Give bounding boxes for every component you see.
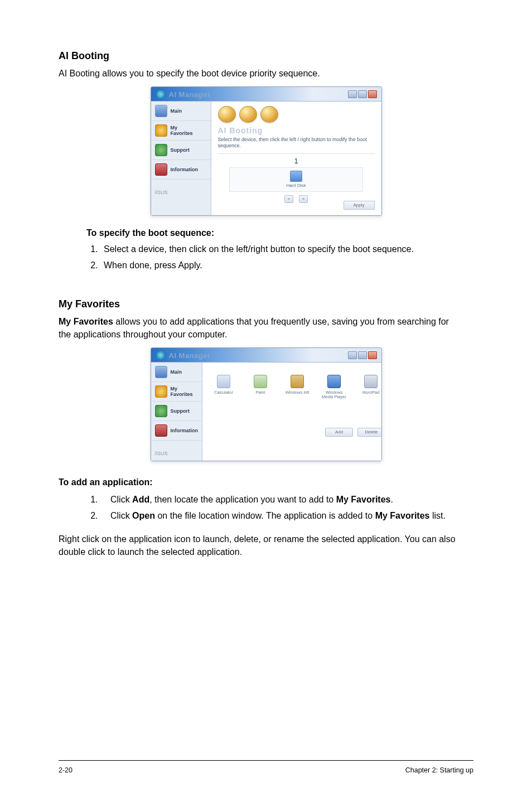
boot-priority-number: 1 xyxy=(218,157,375,165)
page-number: 2-20 xyxy=(59,766,72,774)
main-icon xyxy=(155,366,167,378)
boot-device-slot[interactable]: Hard Disk xyxy=(229,167,363,192)
boot-steps-list: Select a device, then click on the left/… xyxy=(81,243,473,272)
page-footer: 2-20 Chapter 2: Starting up xyxy=(59,760,473,774)
wmp-icon xyxy=(327,375,341,388)
delete-button[interactable]: Delete xyxy=(357,428,382,437)
my-favorites-heading: My Favorites xyxy=(59,298,473,310)
calculator-icon xyxy=(217,375,230,388)
brand-logo: /iSUS xyxy=(151,180,211,200)
paint-icon xyxy=(254,375,267,388)
ai-booting-screenshot: AI Manager Main MyFavorites xyxy=(59,86,473,218)
toolbar-orb-3-icon[interactable] xyxy=(260,106,278,123)
window-titlebar[interactable]: AI Manager xyxy=(151,87,381,101)
sidebar-item-main[interactable]: Main xyxy=(151,102,211,121)
panel-heading: AI Booting xyxy=(218,126,375,135)
move-right-button[interactable]: » xyxy=(299,195,308,203)
sidebar-item-label: Support xyxy=(171,147,190,153)
chapter-label: Chapter 2: Starting up xyxy=(405,766,473,774)
favorite-item-windows-intl[interactable]: Windows Intl xyxy=(285,375,309,400)
boot-device-label: Hard Disk xyxy=(286,183,306,188)
window-sidebar: Main My Favorites Support Information /i… xyxy=(151,363,203,461)
favorite-label: WordPad xyxy=(359,390,382,395)
sidebar-item-favorites[interactable]: My Favorites xyxy=(151,382,202,402)
favorite-label: Calculator xyxy=(211,390,236,395)
maximize-button[interactable] xyxy=(358,90,367,98)
information-icon xyxy=(155,424,167,437)
move-left-button[interactable]: « xyxy=(284,195,293,203)
close-button[interactable] xyxy=(368,90,377,98)
brand-logo: /iSUS xyxy=(151,441,202,461)
main-icon xyxy=(155,105,167,117)
my-favorites-screenshot: AI Manager Main My Favorites xyxy=(59,347,473,463)
windows-intl-icon xyxy=(291,375,304,388)
sidebar-item-information[interactable]: Information xyxy=(151,160,211,180)
favorite-label: Paint xyxy=(248,390,273,395)
add-app-steps-list: Click Add, then locate the application y… xyxy=(81,493,473,522)
sidebar-item-label: Information xyxy=(171,428,199,433)
sidebar-item-label: Information xyxy=(171,167,199,172)
minimize-button[interactable] xyxy=(348,90,357,98)
sidebar-item-favorites[interactable]: MyFavorites xyxy=(151,121,211,141)
ai-manager-logo-icon xyxy=(156,89,166,99)
favorites-icon xyxy=(155,124,167,137)
information-icon xyxy=(155,163,167,176)
sidebar-item-label: Main xyxy=(171,369,182,375)
close-button[interactable] xyxy=(368,351,377,359)
sidebar-item-information[interactable]: Information xyxy=(151,421,202,441)
add-button[interactable]: Add xyxy=(325,428,353,437)
sidebar-item-support[interactable]: Support xyxy=(151,402,202,421)
favorite-label: Windows Intl xyxy=(285,390,309,395)
favorite-item-wmp[interactable]: Windows Media Player xyxy=(322,375,346,400)
sidebar-item-support[interactable]: Support xyxy=(151,141,211,160)
support-icon xyxy=(155,405,167,417)
maximize-button[interactable] xyxy=(358,351,367,359)
my-favorites-intro: My Favorites allows you to add applicati… xyxy=(59,316,473,341)
sidebar-item-label: Main xyxy=(171,108,182,114)
list-item: When done, press Apply. xyxy=(100,259,473,272)
boot-sequence-subheading: To specify the boot sequence: xyxy=(86,228,473,238)
ai-manager-window-1: AI Manager Main MyFavorites xyxy=(151,86,382,216)
sidebar-item-label: MyFavorites xyxy=(171,125,193,136)
window-titlebar[interactable]: AI Manager xyxy=(151,348,381,362)
favorite-item-wordpad[interactable]: WordPad xyxy=(359,375,382,400)
sidebar-item-main[interactable]: Main xyxy=(151,363,202,382)
list-item: Click Open on the file location window. … xyxy=(100,509,473,522)
wordpad-icon xyxy=(364,375,378,388)
window-title: AI Manager xyxy=(169,90,211,99)
toolbar-orb-2-icon[interactable] xyxy=(239,106,257,123)
apply-button[interactable]: Apply xyxy=(344,201,375,210)
ai-manager-logo-icon xyxy=(156,350,166,360)
sidebar-item-label: My Favorites xyxy=(171,386,199,397)
minimize-button[interactable] xyxy=(348,351,357,359)
favorite-label: Windows Media Player xyxy=(322,390,346,400)
ai-manager-window-2: AI Manager Main My Favorites xyxy=(151,347,382,461)
list-item: Select a device, then click on the left/… xyxy=(100,243,473,255)
sidebar-item-label: Support xyxy=(171,408,190,414)
closing-paragraph: Right click on the application icon to l… xyxy=(59,533,473,558)
hard-disk-icon xyxy=(290,171,302,182)
panel-desc: Select the device, then click the left /… xyxy=(218,137,375,149)
ai-booting-heading: AI Booting xyxy=(59,50,473,62)
ai-booting-intro: AI Booting allows you to specify the boo… xyxy=(59,67,473,80)
favorite-item-paint[interactable]: Paint xyxy=(248,375,273,400)
favorite-item-calculator[interactable]: Calculator xyxy=(211,375,236,400)
window-sidebar: Main MyFavorites Support Information /iS… xyxy=(151,102,211,215)
add-app-subheading: To add an application: xyxy=(59,477,473,487)
toolbar-orb-1-icon[interactable] xyxy=(218,106,236,123)
window-title: AI Manager xyxy=(169,351,211,360)
list-item: Click Add, then locate the application y… xyxy=(100,493,473,506)
favorites-icon xyxy=(155,385,167,398)
support-icon xyxy=(155,144,167,156)
